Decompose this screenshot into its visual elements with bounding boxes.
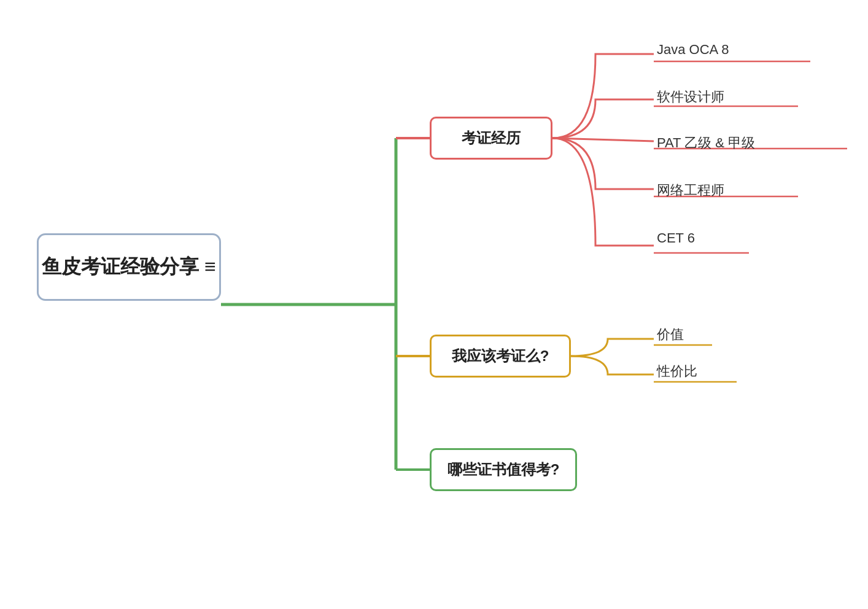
branch3-node: 哪些证书值得考? [430,448,577,491]
branch1-label: 考证经历 [462,128,521,148]
leaf-pat: PAT 乙级 & 甲级 [657,134,755,152]
leaf-cost-performance: 性价比 [657,362,697,381]
connectors-svg [0,0,868,609]
mind-map: 鱼皮考证经验分享 ≡ 考证经历 Java OCA 8 软件设计师 PAT 乙级 … [0,0,868,609]
root-label: 鱼皮考证经验分享 ≡ [42,254,216,281]
branch2-label: 我应该考证么? [452,346,549,366]
root-node: 鱼皮考证经验分享 ≡ [37,233,221,301]
leaf-java-oca: Java OCA 8 [657,42,729,58]
branch2-node: 我应该考证么? [430,335,571,378]
branch1-node: 考证经历 [430,117,552,160]
branch3-label: 哪些证书值得考? [448,460,560,479]
leaf-network-engineer: 网络工程师 [657,181,724,200]
leaf-value: 价值 [657,325,684,344]
leaf-cet6: CET 6 [657,230,695,246]
leaf-software-designer: 软件设计师 [657,88,724,106]
